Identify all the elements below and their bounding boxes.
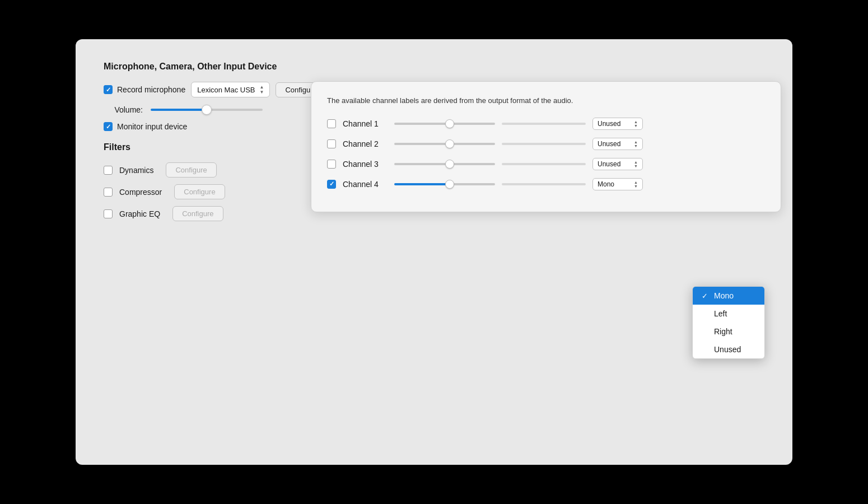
section-title: Microphone, Camera, Other Input Device <box>104 62 764 72</box>
monitor-label: Monitor input device <box>117 122 187 131</box>
volume-slider-thumb[interactable] <box>202 105 212 115</box>
channel-3-label: Channel 3 <box>343 160 388 169</box>
channel-1-label: Channel 1 <box>343 119 388 128</box>
channel-3-assign-chevrons: ▲▼ <box>634 160 638 168</box>
channel-2-thumb[interactable] <box>445 139 454 148</box>
dynamics-checkbox[interactable] <box>104 166 113 175</box>
mono-check-icon: ✓ <box>702 292 710 300</box>
channel-2-assign-chevrons: ▲▼ <box>634 140 638 148</box>
record-microphone-checkbox-wrapper: Record microphone <box>104 85 185 94</box>
graphiceq-label: Graphic EQ <box>119 209 160 218</box>
channel-assign-dropdown: ✓ Mono Left Right Unused <box>692 286 765 359</box>
channel-panel: The available channel labels are derived… <box>311 81 781 212</box>
channel-1-assign-value: Unused <box>598 120 620 128</box>
channel-1-slider2 <box>502 123 586 125</box>
channel-4-slider2 <box>502 183 586 185</box>
dropdown-right-label: Right <box>714 327 732 336</box>
channel-1-thumb[interactable] <box>445 119 454 128</box>
dropdown-left-label: Left <box>714 309 727 318</box>
graphiceq-configure-button[interactable]: Configure <box>172 206 223 221</box>
channel-3-slider2 <box>502 163 586 165</box>
channel-3-slider[interactable] <box>394 163 495 165</box>
channel-2-assign[interactable]: Unused ▲▼ <box>592 138 643 150</box>
graphiceq-checkbox[interactable] <box>104 209 113 218</box>
dropdown-unused-label: Unused <box>714 345 741 354</box>
channel-3-row: Channel 3 Unused ▲▼ <box>327 158 765 170</box>
channel-4-slider[interactable] <box>394 183 495 185</box>
channel-4-checkbox[interactable] <box>327 180 336 189</box>
volume-label: Volume: <box>104 105 143 114</box>
monitor-checkbox[interactable] <box>104 122 113 131</box>
channel-2-slider[interactable] <box>394 143 495 145</box>
channel-2-label: Channel 2 <box>343 139 388 148</box>
device-select[interactable]: Lexicon Mac USB ▲▼ <box>191 82 270 97</box>
channel-2-row: Channel 2 Unused ▲▼ <box>327 138 765 150</box>
channel-4-assign-value: Mono <box>598 180 614 188</box>
monitor-checkbox-wrapper: Monitor input device <box>104 122 187 131</box>
channel-4-assign-chevrons: ▲▼ <box>634 180 638 188</box>
channel-3-thumb[interactable] <box>445 160 454 169</box>
compressor-label: Compressor <box>119 188 162 197</box>
channel-panel-desc: The available channel labels are derived… <box>327 95 765 106</box>
dropdown-left[interactable]: Left <box>693 305 764 323</box>
dynamics-configure-button[interactable]: Configure <box>166 162 216 178</box>
dropdown-mono[interactable]: ✓ Mono <box>693 287 764 305</box>
channel-2-slider2 <box>502 143 586 145</box>
channel-3-assign-value: Unused <box>598 160 620 168</box>
dropdown-right[interactable]: Right <box>693 323 764 340</box>
channel-1-assign[interactable]: Unused ▲▼ <box>592 118 643 130</box>
channel-1-checkbox[interactable] <box>327 119 336 128</box>
device-select-chevrons: ▲▼ <box>260 85 264 95</box>
device-select-value: Lexicon Mac USB <box>197 86 255 94</box>
channel-4-label: Channel 4 <box>343 180 388 189</box>
record-microphone-label: Record microphone <box>117 85 185 94</box>
channel-2-checkbox[interactable] <box>327 139 336 148</box>
record-microphone-checkbox[interactable] <box>104 85 113 94</box>
channel-1-assign-chevrons: ▲▼ <box>634 120 638 128</box>
channel-4-assign[interactable]: Mono ▲▼ <box>592 178 643 190</box>
channel-1-slider[interactable] <box>394 123 495 125</box>
compressor-configure-button[interactable]: Configure <box>174 184 225 199</box>
dynamics-label: Dynamics <box>119 166 153 175</box>
channel-3-assign[interactable]: Unused ▲▼ <box>592 158 643 170</box>
volume-slider-track[interactable] <box>151 109 263 111</box>
channel-1-row: Channel 1 Unused ▲▼ <box>327 118 765 130</box>
channel-4-row: Channel 4 Mono ▲▼ <box>327 178 765 190</box>
channel-4-thumb[interactable] <box>445 180 454 189</box>
dropdown-unused[interactable]: Unused <box>693 340 764 358</box>
main-panel: Microphone, Camera, Other Input Device R… <box>76 39 792 465</box>
compressor-checkbox[interactable] <box>104 188 113 197</box>
dropdown-mono-label: Mono <box>714 291 734 300</box>
channel-2-assign-value: Unused <box>598 140 620 148</box>
channel-3-checkbox[interactable] <box>327 160 336 169</box>
